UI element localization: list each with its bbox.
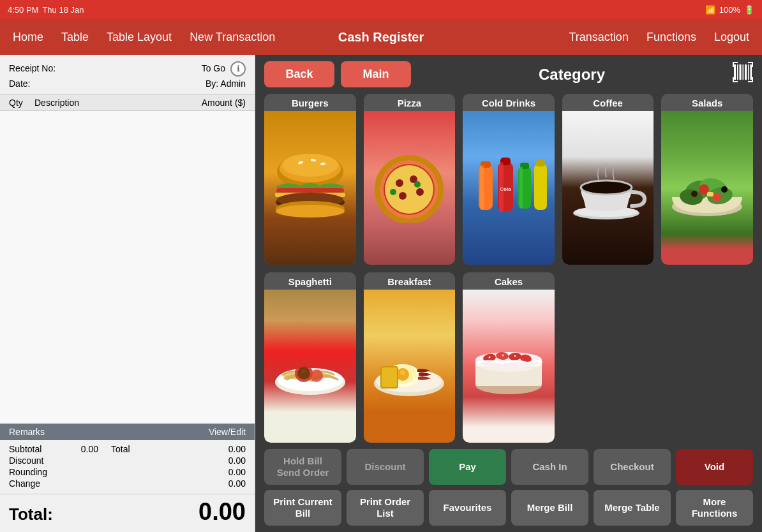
checkout-button[interactable]: Checkout xyxy=(594,449,671,485)
remarks-label: Remarks xyxy=(9,427,45,437)
rounding-value: 0.00 xyxy=(207,467,246,477)
svg-point-34 xyxy=(399,192,407,200)
more-functions-button[interactable]: More Functions xyxy=(676,490,753,526)
svg-point-36 xyxy=(414,181,421,188)
pay-button[interactable]: Pay xyxy=(429,449,506,485)
category-grid: Burgers xyxy=(255,94,762,443)
svg-point-67 xyxy=(310,369,323,382)
nav-new-transaction[interactable]: New Transaction xyxy=(190,31,275,44)
main-layout: Receipt No: To Go ℹ Date: By: Admin Qty … xyxy=(0,55,762,532)
category-item-label-burgers: Burgers xyxy=(264,94,356,111)
svg-rect-21 xyxy=(276,188,344,193)
category-item-pizza[interactable]: Pizza xyxy=(364,94,456,265)
discount-button[interactable]: Discount xyxy=(347,449,424,485)
category-item-image-burgers xyxy=(264,111,356,265)
category-item-image-salads xyxy=(661,111,753,265)
main-button[interactable]: Main xyxy=(341,61,411,87)
category-item-label-pizza: Pizza xyxy=(364,94,456,111)
change-label: Change xyxy=(9,478,60,489)
category-item-burgers[interactable]: Burgers xyxy=(264,94,356,265)
category-item-cakes[interactable]: Cakes xyxy=(463,272,555,443)
cash-in-button[interactable]: Cash In xyxy=(511,449,588,485)
time-display: 4:50 PM xyxy=(8,5,38,15)
print-current-bill-button[interactable]: Print Current Bill xyxy=(264,490,341,526)
void-button[interactable]: Void xyxy=(676,449,753,485)
svg-point-35 xyxy=(390,189,396,195)
back-button[interactable]: Back xyxy=(264,61,334,87)
category-item-coffee[interactable]: Coffee xyxy=(562,94,654,265)
desc-col-header: Description xyxy=(34,98,202,108)
battery-icon: 🔋 xyxy=(744,5,754,15)
favourites-button[interactable]: Favourites xyxy=(429,490,506,526)
hold-bill-send-order-button[interactable]: Hold BillSend Order xyxy=(264,449,341,485)
svg-rect-48 xyxy=(534,164,547,210)
grand-total-amount: 0.00 xyxy=(198,498,246,526)
receipt-date-label: Date: xyxy=(9,77,30,92)
svg-rect-79 xyxy=(382,367,397,387)
category-item-salads[interactable]: Salads xyxy=(661,94,753,265)
receipt-columns: Qty Description Amount ($) xyxy=(0,94,255,111)
svg-rect-4 xyxy=(745,64,747,80)
view-edit-label[interactable]: View/Edit xyxy=(209,427,246,437)
change-value: 0.00 xyxy=(207,478,246,489)
nav-bar: Home Table Table Layout New Transaction … xyxy=(0,19,762,55)
nav-functions[interactable]: Functions xyxy=(646,31,696,44)
nav-home[interactable]: Home xyxy=(13,31,43,44)
nav-table[interactable]: Table xyxy=(61,31,89,44)
print-order-list-button[interactable]: Print Order List xyxy=(347,490,424,526)
merge-table-button[interactable]: Merge Table xyxy=(594,490,671,526)
category-item-cold-drinks[interactable]: Cold Drinks Cola xyxy=(463,94,555,265)
battery-level: 100% xyxy=(719,5,740,15)
category-item-image-breakfast xyxy=(364,290,456,443)
qty-col-header: Qty xyxy=(9,98,34,108)
info-button[interactable]: ℹ xyxy=(230,61,246,77)
category-item-spaghetti[interactable]: Spaghetti xyxy=(264,272,356,443)
svg-point-61 xyxy=(691,191,698,197)
svg-rect-40 xyxy=(480,165,484,210)
nav-table-layout[interactable]: Table Layout xyxy=(107,31,172,44)
nav-left: Home Table Table Layout New Transaction xyxy=(13,31,275,44)
subtotal-label: Subtotal xyxy=(9,444,60,454)
right-panel: Back Main Category xyxy=(255,55,762,532)
svg-point-60 xyxy=(712,193,721,202)
svg-point-77 xyxy=(400,370,405,375)
svg-rect-2 xyxy=(740,64,742,80)
category-item-image-coffee xyxy=(562,111,654,265)
grand-total-label: Total: xyxy=(9,505,53,524)
nav-logout[interactable]: Logout xyxy=(714,31,749,44)
grand-total-bar: Total: 0.00 xyxy=(0,494,255,532)
merge-bill-button[interactable]: Merge Bill xyxy=(511,490,588,526)
svg-rect-47 xyxy=(519,166,523,209)
date-display: Thu 18 Jan xyxy=(42,5,84,15)
svg-point-90 xyxy=(502,354,504,356)
category-item-image-cakes xyxy=(463,290,555,443)
rounding-row: Rounding 0.00 xyxy=(9,467,246,477)
svg-rect-6 xyxy=(751,64,752,80)
discount-value: 0.00 xyxy=(207,455,246,466)
nav-right: Transaction Functions Logout xyxy=(569,31,749,44)
svg-rect-14 xyxy=(752,77,753,82)
wifi-icon: 📶 xyxy=(705,5,715,15)
status-bar-right: 📶 100% 🔋 xyxy=(705,5,754,15)
svg-rect-0 xyxy=(734,64,736,80)
svg-rect-12 xyxy=(733,77,734,82)
barcode-scan-icon[interactable] xyxy=(733,62,753,87)
category-item-breakfast[interactable]: Breakfast xyxy=(364,272,456,443)
category-item-image-cold-drinks: Cola xyxy=(463,111,555,265)
receipt-by-admin: By: Admin xyxy=(205,77,246,92)
amount-col-header: Amount ($) xyxy=(202,98,246,108)
status-bar-left: 4:50 PM Thu 18 Jan xyxy=(8,5,84,15)
receipt-header: Receipt No: To Go ℹ Date: By: Admin xyxy=(0,55,255,94)
svg-point-71 xyxy=(302,369,306,373)
receipt-no-label: Receipt No: xyxy=(9,61,56,77)
receipt-no-row: Receipt No: To Go ℹ xyxy=(9,61,246,77)
receipt-to-go: To Go xyxy=(202,61,225,77)
svg-point-31 xyxy=(396,179,403,187)
category-item-label-salads: Salads xyxy=(661,94,753,111)
svg-rect-5 xyxy=(748,64,749,80)
category-item-label-cakes: Cakes xyxy=(463,272,555,290)
subtotal-row: Subtotal 0.00 Total 0.00 xyxy=(9,444,246,454)
subtotal-value: 0.00 xyxy=(60,444,98,454)
svg-rect-1 xyxy=(737,64,738,80)
nav-transaction[interactable]: Transaction xyxy=(569,31,629,44)
